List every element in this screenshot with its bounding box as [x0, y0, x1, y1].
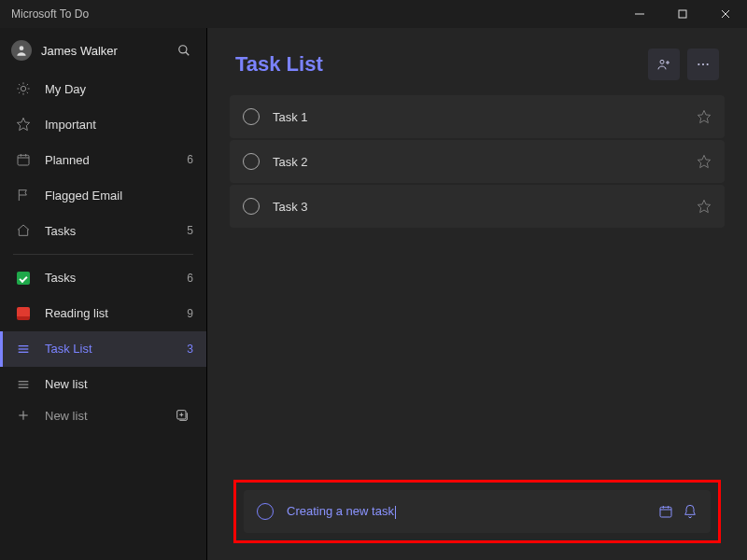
green-check-icon	[15, 272, 32, 285]
task-star-button[interactable]	[697, 154, 712, 169]
sidebar-list-tasks[interactable]: Tasks 6	[0, 260, 206, 296]
svg-marker-39	[698, 155, 710, 167]
svg-line-13	[27, 92, 28, 93]
sidebar-smart-lists: My Day Important Planned 6	[0, 71, 206, 248]
new-list-row[interactable]: New list	[0, 402, 206, 429]
sidebar-list-tasklist[interactable]: Task List 3	[0, 331, 206, 367]
set-due-date-button[interactable]	[658, 504, 673, 519]
sidebar: James Walker My Day Important	[0, 28, 207, 560]
flag-icon	[15, 188, 32, 203]
home-icon	[15, 223, 32, 238]
window-controls	[618, 0, 747, 28]
list-icon	[15, 342, 32, 357]
complete-toggle[interactable]	[243, 153, 260, 170]
minimize-button[interactable]	[618, 0, 661, 28]
new-list-label: New list	[45, 409, 171, 423]
svg-point-36	[702, 63, 704, 65]
sidebar-item-count: 6	[187, 272, 193, 285]
maximize-button[interactable]	[661, 0, 704, 28]
svg-line-15	[27, 84, 28, 85]
add-task-value: Creating a new task	[287, 504, 394, 518]
close-button[interactable]	[704, 0, 747, 28]
add-task-circle-icon	[257, 503, 274, 520]
sidebar-item-count: 5	[187, 224, 193, 237]
sidebar-item-label: New list	[45, 377, 193, 391]
sidebar-item-label: Flagged Email	[45, 189, 193, 203]
task-row[interactable]: Task 1	[230, 95, 725, 138]
sidebar-item-label: My Day	[45, 82, 193, 96]
new-group-button[interactable]	[171, 404, 193, 427]
red-book-icon	[15, 307, 32, 320]
task-label: Task 3	[273, 200, 697, 214]
task-star-button[interactable]	[697, 199, 712, 214]
sidebar-item-tasks[interactable]: Tasks 5	[0, 213, 206, 248]
svg-rect-1	[679, 10, 686, 18]
main-panel: Task List Task 1 Task 2	[207, 28, 747, 560]
sidebar-item-label: Reading list	[45, 306, 187, 320]
svg-line-12	[19, 84, 20, 85]
add-task-input[interactable]: Creating a new task	[287, 504, 658, 519]
search-button[interactable]	[173, 39, 195, 62]
svg-point-35	[698, 63, 699, 65]
task-row[interactable]: Task 2	[230, 140, 725, 183]
complete-toggle[interactable]	[243, 198, 260, 215]
svg-point-7	[21, 86, 25, 91]
sidebar-item-label: Task List	[45, 342, 187, 356]
task-label: Task 2	[273, 155, 697, 169]
task-star-button[interactable]	[697, 109, 712, 124]
sun-icon	[15, 81, 32, 96]
sidebar-divider	[13, 254, 193, 255]
sidebar-item-myday[interactable]: My Day	[0, 71, 206, 106]
add-task-bar[interactable]: Creating a new task	[244, 490, 711, 533]
text-cursor	[395, 506, 396, 519]
list-icon	[15, 377, 32, 392]
complete-toggle[interactable]	[243, 108, 260, 125]
svg-line-14	[19, 92, 20, 93]
set-reminder-button[interactable]	[683, 504, 698, 519]
svg-marker-40	[698, 200, 710, 212]
calendar-icon	[15, 152, 32, 167]
user-name: James Walker	[41, 44, 173, 58]
sidebar-list-reading[interactable]: Reading list 9	[0, 296, 206, 331]
svg-point-37	[707, 63, 709, 65]
main-header: Task List	[207, 28, 747, 95]
svg-point-4	[20, 46, 24, 50]
sidebar-item-count: 9	[187, 307, 193, 320]
svg-rect-41	[660, 507, 671, 517]
add-task-trailing	[658, 504, 698, 519]
sidebar-list-newlist[interactable]: New list	[0, 367, 206, 402]
svg-point-32	[660, 60, 664, 63]
svg-point-5	[179, 46, 187, 53]
plus-icon	[15, 409, 32, 422]
sidebar-item-count: 3	[187, 343, 193, 356]
svg-marker-38	[698, 110, 710, 122]
sidebar-item-planned[interactable]: Planned 6	[0, 142, 206, 177]
sidebar-item-label: Important	[45, 118, 193, 132]
sidebar-custom-lists: Tasks 6 Reading list 9 Task List 3 New l…	[0, 260, 206, 402]
user-row[interactable]: James Walker	[0, 28, 206, 71]
sidebar-item-label: Planned	[45, 153, 187, 167]
add-task-highlight: Creating a new task	[233, 480, 721, 543]
list-title[interactable]: Task List	[235, 52, 641, 77]
sidebar-item-label: Tasks	[45, 224, 187, 238]
window-title: Microsoft To Do	[11, 7, 89, 21]
sidebar-item-count: 6	[187, 153, 193, 166]
task-row[interactable]: Task 3	[230, 185, 725, 228]
svg-marker-16	[17, 118, 29, 130]
sidebar-item-important[interactable]: Important	[0, 106, 206, 142]
share-button[interactable]	[648, 49, 680, 80]
task-list: Task 1 Task 2 Task 3	[207, 95, 747, 228]
list-options-button[interactable]	[687, 49, 719, 80]
sidebar-item-flagged[interactable]: Flagged Email	[0, 177, 206, 213]
svg-line-6	[186, 52, 190, 56]
star-icon	[15, 117, 32, 132]
sidebar-item-label: Tasks	[45, 271, 187, 285]
window-titlebar: Microsoft To Do	[0, 0, 747, 28]
avatar	[11, 40, 32, 61]
task-label: Task 1	[273, 110, 697, 124]
svg-rect-17	[18, 155, 29, 165]
